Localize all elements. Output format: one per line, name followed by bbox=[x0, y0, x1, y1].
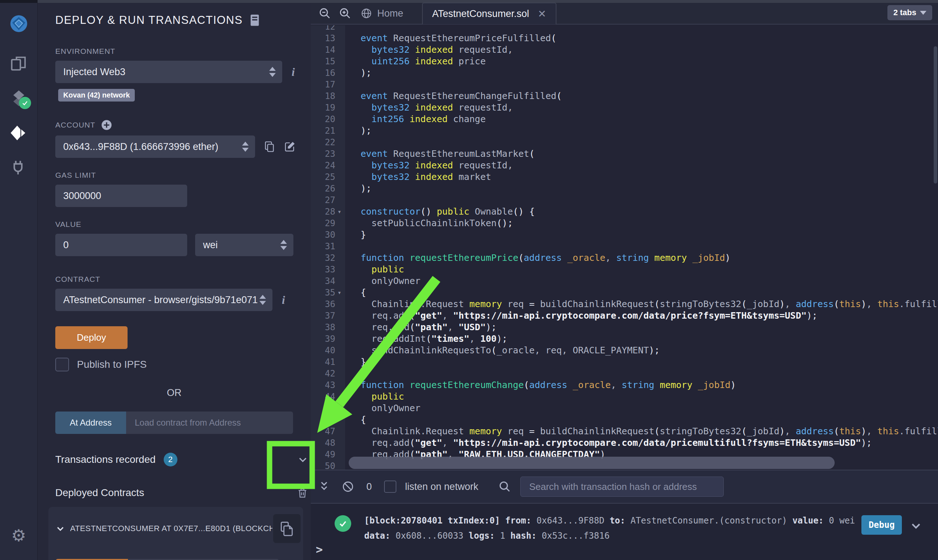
code-line[interactable]: 33 public bbox=[311, 264, 938, 275]
deploy-run-panel: DEPLOY & RUN TRANSACTIONS ENVIRONMENT In… bbox=[38, 3, 311, 560]
code-line[interactable]: 25 bytes32 indexed market bbox=[311, 171, 938, 183]
log-expand-chevron-icon[interactable] bbox=[910, 520, 922, 532]
file-explorer-icon[interactable] bbox=[0, 46, 38, 81]
code-line[interactable]: 44 public bbox=[311, 391, 938, 403]
code-line[interactable]: 23event RequestEthereumLastMarket( bbox=[311, 148, 938, 160]
code-line[interactable]: 31 bbox=[311, 241, 938, 252]
terminal-prompt[interactable]: > bbox=[316, 543, 323, 556]
icon-sidebar: ⚙ bbox=[0, 3, 38, 560]
fold-marker-icon[interactable]: ▾ bbox=[337, 206, 341, 217]
code-line[interactable]: 21); bbox=[311, 125, 938, 137]
code-line[interactable]: 18event RequestEthereumChangeFulfilled( bbox=[311, 90, 938, 102]
contract-expand-chevron-icon[interactable] bbox=[55, 524, 65, 533]
select-stepper-icon bbox=[269, 61, 276, 83]
transaction-log-entry[interactable]: [block:20780401 txIndex:0] from: 0x643..… bbox=[311, 513, 938, 543]
vertical-scrollbar[interactable] bbox=[934, 46, 937, 183]
gas-limit-input[interactable]: 3000000 bbox=[55, 185, 187, 207]
code-line[interactable]: 46{ bbox=[311, 414, 938, 426]
contract-select[interactable]: ATestnetConsumer - browser/gists/9b71e07… bbox=[55, 289, 272, 311]
code-line[interactable]: 13event RequestEthereumPriceFulfilled( bbox=[311, 32, 938, 44]
code-line[interactable]: 34 onlyOwner bbox=[311, 275, 938, 287]
remix-logo-icon[interactable] bbox=[0, 3, 38, 46]
expand-terminal-icon[interactable] bbox=[319, 480, 329, 493]
clear-deployed-trash-icon[interactable] bbox=[297, 487, 308, 499]
code-line[interactable]: 32function requestEthereumPrice(address … bbox=[311, 252, 938, 264]
deploy-button[interactable]: Deploy bbox=[55, 326, 128, 349]
code-line[interactable]: 36 Chainlink.Request memory req = buildC… bbox=[311, 298, 938, 310]
tab-home[interactable]: Home bbox=[361, 8, 403, 19]
terminal-search-input[interactable] bbox=[520, 477, 724, 497]
code-line[interactable]: 35▾{ bbox=[311, 287, 938, 298]
close-tab-icon[interactable]: ✕ bbox=[538, 8, 546, 20]
value-unit-select[interactable]: wei bbox=[195, 234, 294, 256]
code-line[interactable]: 22 bbox=[311, 137, 938, 148]
value-unit: wei bbox=[203, 240, 218, 251]
environment-label: ENVIRONMENT bbox=[55, 47, 311, 55]
publish-ipfs-checkbox[interactable] bbox=[55, 358, 69, 371]
account-label: ACCOUNT bbox=[55, 121, 95, 129]
code-line[interactable]: 24 bytes32 indexed requestId, bbox=[311, 160, 938, 171]
code-area[interactable]: 1213event RequestEthereumPriceFulfilled(… bbox=[311, 25, 938, 470]
code-line[interactable]: 16); bbox=[311, 67, 938, 79]
code-line[interactable]: 39 req.addInt("times", 100); bbox=[311, 333, 938, 345]
deploy-and-run-icon[interactable] bbox=[0, 115, 38, 150]
code-line[interactable]: 42 bbox=[311, 368, 938, 379]
edit-account-icon[interactable] bbox=[284, 141, 295, 152]
contract-value: ATestnetConsumer - browser/gists/9b71e07… bbox=[63, 294, 258, 306]
environment-info-icon[interactable]: i bbox=[292, 65, 295, 79]
deployed-contract-card: ATESTNETCONSUMER AT 0X7E7...E80D1 (BLOCK… bbox=[48, 507, 303, 560]
code-line[interactable]: 47 Chainlink.Request memory req = buildC… bbox=[311, 426, 938, 437]
network-badge: Kovan (42) network bbox=[58, 89, 135, 102]
code-line[interactable]: 29 setPublicChainlinkToken(); bbox=[311, 217, 938, 229]
at-address-button[interactable]: At Address bbox=[55, 412, 126, 434]
add-account-icon[interactable] bbox=[101, 120, 112, 131]
code-line[interactable]: 41} bbox=[311, 356, 938, 368]
gas-limit-value: 3000000 bbox=[63, 191, 101, 202]
copy-account-icon[interactable] bbox=[264, 141, 275, 152]
code-line[interactable]: 20 int256 indexed change bbox=[311, 114, 938, 125]
pending-tx-count: 0 bbox=[366, 481, 372, 492]
code-line[interactable]: 17 bbox=[311, 79, 938, 90]
listen-network-checkbox[interactable] bbox=[384, 480, 397, 493]
transactions-chevron-down-icon[interactable] bbox=[297, 454, 308, 465]
tab-atestnetconsumer[interactable]: ATestnetConsumer.sol ✕ bbox=[422, 3, 557, 24]
value-label: VALUE bbox=[55, 220, 311, 229]
contract-label: CONTRACT bbox=[55, 275, 311, 284]
zoom-out-icon[interactable] bbox=[319, 7, 331, 20]
code-line[interactable]: 38 req.add("path", "USD"); bbox=[311, 322, 938, 333]
copy-contract-address-icon[interactable] bbox=[273, 514, 301, 543]
select-stepper-icon bbox=[242, 135, 249, 158]
account-select[interactable]: 0x643...9F88D (1.666673996 ether) bbox=[55, 135, 255, 158]
code-line[interactable]: 45 onlyOwner bbox=[311, 403, 938, 414]
code-line[interactable]: 15 uint256 indexed price bbox=[311, 55, 938, 67]
contract-info-icon[interactable]: i bbox=[282, 293, 285, 307]
clear-console-ban-icon[interactable] bbox=[342, 480, 354, 493]
solidity-compiler-icon[interactable] bbox=[0, 81, 38, 115]
value-input[interactable]: 0 bbox=[55, 234, 187, 256]
code-line[interactable]: 40 sendChainlinkRequestTo(_oracle, req, … bbox=[311, 345, 938, 356]
zoom-in-icon[interactable] bbox=[339, 7, 351, 20]
code-line[interactable]: 48 req.add("get", "https://min-api.crypt… bbox=[311, 437, 938, 449]
account-value: 0x643...9F88D (1.666673996 ether) bbox=[63, 141, 218, 152]
environment-select[interactable]: Injected Web3 bbox=[55, 61, 282, 83]
code-line[interactable]: 30} bbox=[311, 229, 938, 241]
code-line[interactable]: 43function requestEthereumChange(address… bbox=[311, 379, 938, 391]
transactions-recorded-label: Transactions recorded bbox=[55, 454, 156, 465]
code-line[interactable]: 12 bbox=[311, 25, 938, 32]
at-address-input[interactable] bbox=[126, 412, 293, 434]
plugin-manager-icon[interactable] bbox=[0, 150, 38, 185]
horizontal-scrollbar[interactable] bbox=[349, 457, 835, 469]
fold-marker-icon[interactable]: ▾ bbox=[337, 287, 341, 298]
gas-limit-label: GAS LIMIT bbox=[55, 171, 311, 180]
tabs-count-button[interactable]: 2 tabs bbox=[887, 5, 932, 20]
code-line[interactable]: 27 bbox=[311, 194, 938, 206]
code-line[interactable]: 19 bytes32 indexed requestId, bbox=[311, 102, 938, 114]
code-line[interactable]: 28▾constructor() public Ownable() { bbox=[311, 206, 938, 217]
code-line[interactable]: 37 req.add("get", "https://min-api.crypt… bbox=[311, 310, 938, 322]
deployed-contract-header[interactable]: ATESTNETCONSUMER AT 0X7E7...E80D1 (BLOCK… bbox=[70, 524, 272, 533]
debug-button[interactable]: Debug bbox=[861, 515, 902, 535]
code-line[interactable]: 14 bytes32 indexed requestId, bbox=[311, 44, 938, 55]
settings-gear-icon[interactable]: ⚙ bbox=[0, 518, 38, 553]
listen-network-label: listen on network bbox=[405, 481, 478, 492]
code-line[interactable]: 26); bbox=[311, 183, 938, 194]
